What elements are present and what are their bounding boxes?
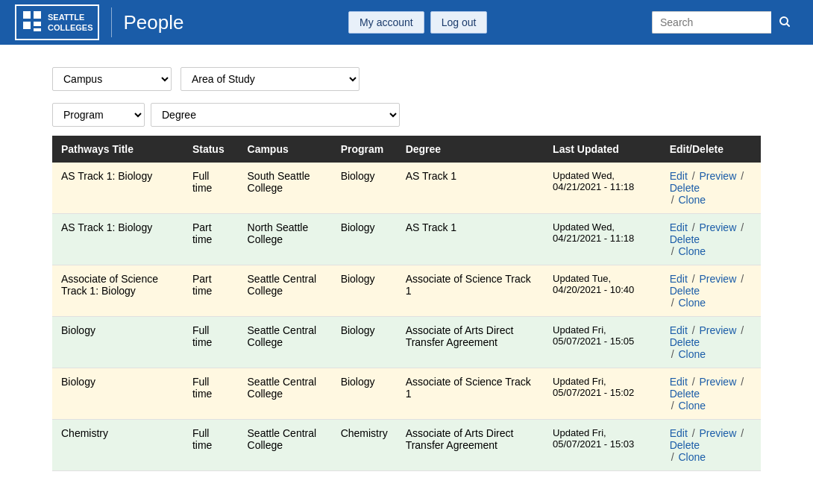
edit-link[interactable]: Edit [670, 170, 688, 182]
cell-program: Biology [332, 265, 397, 317]
campus-filter[interactable]: Campus South Seattle College North Seatt… [52, 67, 172, 91]
preview-link[interactable]: Preview [699, 273, 736, 285]
cell-degree: AS Track 1 [397, 214, 544, 265]
program-filter[interactable]: Program Biology Chemistry [52, 103, 145, 127]
delete-link[interactable]: Delete [670, 285, 700, 297]
logo-text: SEATTLE COLLEGES [48, 12, 93, 34]
col-last-updated: Last Updated [544, 136, 661, 163]
preview-link[interactable]: Preview [699, 427, 736, 439]
cell-campus: Seattle Central College [239, 265, 332, 317]
cell-title: Chemistry [52, 420, 183, 471]
preview-link[interactable]: Preview [699, 324, 736, 336]
delete-link[interactable]: Delete [670, 388, 700, 400]
filters-row1: Campus South Seattle College North Seatt… [0, 45, 813, 103]
cell-degree: AS Track 1 [397, 163, 544, 214]
cell-degree: Associate of Arts Direct Transfer Agreem… [397, 420, 544, 471]
clone-link[interactable]: Clone [678, 400, 706, 412]
header-title: People [124, 11, 184, 34]
edit-links: Edit / Preview / Delete / Clone [670, 427, 752, 463]
delete-link[interactable]: Delete [670, 233, 700, 245]
col-campus: Campus [239, 136, 332, 163]
degree-filter[interactable]: Degree AS Track 1 Associate of Science T… [151, 103, 400, 127]
cell-program: Biology [332, 163, 397, 214]
svg-rect-4 [34, 22, 41, 26]
search-button[interactable] [771, 11, 798, 34]
delete-link[interactable]: Delete [670, 439, 700, 451]
preview-link[interactable]: Preview [699, 376, 736, 388]
edit-link[interactable]: Edit [670, 376, 688, 388]
svg-rect-1 [23, 11, 31, 19]
cell-status: Full time [183, 420, 239, 471]
search-icon [779, 16, 790, 27]
cell-edit-delete: Edit / Preview / Delete / Clone [661, 420, 761, 471]
clone-link[interactable]: Clone [678, 297, 706, 309]
cell-campus: Seattle Central College [239, 420, 332, 471]
cell-degree: Associate of Arts Direct Transfer Agreem… [397, 317, 544, 368]
cell-last-updated: Updated Fri, 05/07/2021 - 15:03 [544, 420, 661, 471]
clone-link[interactable]: Clone [678, 348, 706, 360]
header-actions: My account Log out [348, 11, 487, 34]
cell-last-updated: Updated Fri, 05/07/2021 - 15:02 [544, 368, 661, 420]
edit-links: Edit / Preview / Delete / Clone [670, 324, 752, 360]
header-divider [111, 7, 112, 37]
cell-edit-delete: Edit / Preview / Delete / Clone [661, 163, 761, 214]
preview-link[interactable]: Preview [699, 170, 736, 182]
svg-rect-2 [34, 11, 41, 19]
svg-rect-3 [23, 22, 31, 29]
edit-link[interactable]: Edit [670, 324, 688, 336]
cell-degree: Associate of Science Track 1 [397, 368, 544, 420]
table-row: Biology Full time Seattle Central Colleg… [52, 368, 761, 420]
table-row: Chemistry Full time Seattle Central Coll… [52, 420, 761, 471]
pathways-table-container: Pathways Title Status Campus Program Deg… [0, 136, 813, 471]
clone-link[interactable]: Clone [678, 194, 706, 206]
col-status: Status [183, 136, 239, 163]
area-of-study-filter[interactable]: Area of Study Biology Chemistry [181, 67, 360, 91]
delete-link[interactable]: Delete [670, 182, 700, 194]
cell-title: AS Track 1: Biology [52, 163, 183, 214]
edit-link[interactable]: Edit [670, 273, 688, 285]
cell-edit-delete: Edit / Preview / Delete / Clone [661, 265, 761, 317]
my-account-button[interactable]: My account [348, 11, 424, 34]
clone-link[interactable]: Clone [678, 451, 706, 463]
cell-last-updated: Updated Wed, 04/21/2021 - 11:18 [544, 163, 661, 214]
edit-link[interactable]: Edit [670, 221, 688, 233]
cell-last-updated: Updated Wed, 04/21/2021 - 11:18 [544, 214, 661, 265]
cell-status: Part time [183, 214, 239, 265]
preview-link[interactable]: Preview [699, 221, 736, 233]
table-header: Pathways Title Status Campus Program Deg… [52, 136, 761, 163]
search-input[interactable] [652, 11, 771, 34]
delete-link[interactable]: Delete [670, 336, 700, 348]
table-body: AS Track 1: Biology Full time South Seat… [52, 163, 761, 471]
cell-program: Biology [332, 214, 397, 265]
clone-link[interactable]: Clone [678, 245, 706, 257]
cell-campus: Seattle Central College [239, 317, 332, 368]
cell-status: Full time [183, 368, 239, 420]
svg-line-7 [786, 23, 789, 26]
col-degree: Degree [397, 136, 544, 163]
edit-links: Edit / Preview / Delete / Clone [670, 273, 752, 309]
cell-title: Biology [52, 317, 183, 368]
logo: SEATTLE COLLEGES [15, 4, 99, 40]
col-program: Program [332, 136, 397, 163]
cell-campus: South Seattle College [239, 163, 332, 214]
cell-program: Chemistry [332, 420, 397, 471]
cell-last-updated: Updated Tue, 04/20/2021 - 10:40 [544, 265, 661, 317]
cell-campus: North Seattle College [239, 214, 332, 265]
cell-last-updated: Updated Fri, 05/07/2021 - 15:05 [544, 317, 661, 368]
cell-status: Part time [183, 265, 239, 317]
pathways-table: Pathways Title Status Campus Program Deg… [52, 136, 761, 471]
edit-link[interactable]: Edit [670, 427, 688, 439]
logout-button[interactable]: Log out [430, 11, 488, 34]
cell-edit-delete: Edit / Preview / Delete / Clone [661, 317, 761, 368]
cell-title: Associate of Science Track 1: Biology [52, 265, 183, 317]
cell-status: Full time [183, 163, 239, 214]
edit-links: Edit / Preview / Delete / Clone [670, 376, 752, 412]
col-edit-delete: Edit/Delete [661, 136, 761, 163]
table-row: AS Track 1: Biology Full time South Seat… [52, 163, 761, 214]
cell-program: Biology [332, 317, 397, 368]
edit-links: Edit / Preview / Delete / Clone [670, 221, 752, 257]
cell-status: Full time [183, 317, 239, 368]
cell-title: AS Track 1: Biology [52, 214, 183, 265]
cell-title: Biology [52, 368, 183, 420]
header: SEATTLE COLLEGES People My account Log o… [0, 0, 813, 45]
